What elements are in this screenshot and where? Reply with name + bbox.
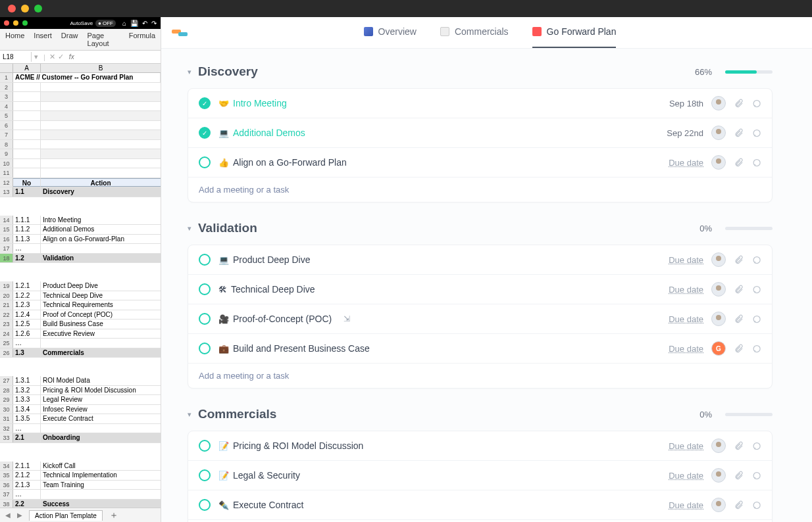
row-number[interactable]: 3 — [0, 92, 13, 101]
excel-row[interactable]: 291.3.3Legal Review — [0, 395, 161, 405]
cell[interactable] — [41, 121, 161, 130]
excel-row[interactable]: 7 — [0, 130, 161, 140]
due-date-button[interactable]: Due date — [669, 441, 703, 451]
tab-overview[interactable]: Overview — [364, 26, 417, 39]
excel-row[interactable]: 311.3.5Execute Contract — [0, 414, 161, 424]
attachment-icon[interactable] — [734, 99, 744, 108]
task-checkbox[interactable]: ✓ — [199, 97, 211, 109]
row-number[interactable]: 14 — [0, 216, 13, 225]
cell[interactable]: Additional Demos — [41, 225, 161, 234]
cell[interactable]: Onboarding — [41, 433, 161, 442]
add-sheet-icon[interactable]: ＋ — [109, 510, 118, 521]
cell[interactable]: Technical Implementation — [41, 471, 161, 480]
assignee-avatar[interactable] — [711, 252, 726, 267]
task-checkbox[interactable] — [199, 283, 211, 295]
due-date-button[interactable]: Due date — [669, 158, 703, 168]
row-number[interactable]: 6 — [0, 121, 13, 130]
cell[interactable]: Intro Meeting — [41, 216, 161, 225]
assignee-avatar[interactable] — [711, 498, 726, 512]
due-date-button[interactable]: Due date — [669, 314, 703, 324]
row-number[interactable]: 9 — [0, 149, 13, 158]
excel-row[interactable]: 11 — [0, 168, 161, 178]
row-number[interactable]: 18 — [0, 254, 13, 263]
excel-row[interactable]: 17… — [0, 244, 161, 254]
excel-row[interactable]: 9 — [0, 149, 161, 159]
assignee-avatar[interactable] — [711, 96, 726, 110]
due-date-button[interactable]: Due date — [669, 285, 703, 295]
excel-row[interactable]: 8 — [0, 140, 161, 150]
cell[interactable]: 1.3.4 — [13, 405, 41, 414]
cell[interactable]: 1.3 — [13, 348, 41, 358]
task-row[interactable]: 💼Build and Present Business CaseDue date… — [188, 334, 772, 364]
due-date-button[interactable]: Due date — [669, 500, 703, 510]
cell[interactable] — [41, 140, 161, 149]
excel-row[interactable]: 281.3.2Pricing & ROI Model Discussion — [0, 386, 161, 396]
add-task-button[interactable]: Add a meeting or a task — [188, 364, 772, 388]
task-row[interactable]: 🛠Technical Deep DiveDue date — [188, 275, 772, 304]
row-number[interactable]: 10 — [0, 159, 13, 168]
row-number[interactable]: 38 — [0, 500, 13, 508]
cell[interactable]: Discovery — [41, 187, 161, 197]
task-checkbox[interactable] — [199, 469, 211, 481]
excel-grid[interactable]: 1ACME // Customer -- Go Forward Plan2345… — [0, 73, 161, 508]
cell[interactable]: ROI Model Data — [41, 376, 161, 385]
cell[interactable]: … — [13, 244, 41, 253]
row-number[interactable]: 2 — [0, 83, 13, 92]
attachment-icon[interactable] — [734, 500, 744, 510]
excel-row[interactable]: 332.1Onboarding — [0, 433, 161, 443]
row-number[interactable]: 37 — [0, 490, 13, 499]
task-row[interactable]: ✒️Execute ContractDue date — [188, 490, 772, 520]
fx-icon[interactable]: fx — [65, 53, 78, 60]
row-number[interactable]: 15 — [0, 225, 13, 234]
excel-minimize-dot[interactable] — [13, 20, 18, 26]
attachment-icon[interactable] — [734, 441, 744, 451]
home-icon[interactable]: ⌂ — [122, 20, 126, 27]
row-number[interactable]: 5 — [0, 111, 13, 120]
cell[interactable]: 1.1.3 — [13, 235, 41, 244]
cell[interactable]: 1.2.4 — [13, 310, 41, 320]
cell[interactable]: … — [13, 339, 41, 348]
attachment-icon[interactable] — [734, 471, 744, 481]
task-row[interactable]: 📝Pricing & ROI Model DiscussionDue date — [188, 431, 772, 461]
excel-row[interactable]: 131.1Discovery — [0, 187, 161, 197]
excel-row[interactable]: 271.3.1ROI Model Data — [0, 376, 161, 386]
row-number[interactable]: 33 — [0, 433, 13, 442]
assignee-avatar[interactable] — [711, 155, 726, 170]
task-row[interactable]: 💻Product Deep DiveDue date — [188, 245, 772, 275]
comment-icon[interactable] — [751, 285, 761, 295]
excel-close-dot[interactable] — [4, 20, 9, 26]
task-checkbox[interactable] — [199, 156, 211, 168]
cell[interactable] — [13, 102, 41, 111]
excel-row[interactable]: 211.2.3Technical Requirements — [0, 300, 161, 310]
task-row[interactable]: ✓💻Additional DemosSep 22nd — [188, 118, 772, 148]
cell[interactable] — [41, 339, 161, 348]
add-task-button[interactable]: Add a meeting or a task — [188, 178, 772, 202]
cell[interactable] — [13, 159, 41, 168]
cell[interactable]: 1.3.5 — [13, 414, 41, 423]
cell[interactable]: Action — [41, 178, 161, 187]
cell[interactable]: 1.2.5 — [13, 320, 41, 329]
cell[interactable]: 1.1.2 — [13, 225, 41, 234]
cell[interactable]: Team Training — [41, 481, 161, 490]
cell[interactable] — [13, 140, 41, 149]
assignee-avatar[interactable] — [711, 126, 726, 140]
excel-row[interactable]: 231.2.5Build Business Case — [0, 320, 161, 329]
sheet-prev-icon[interactable]: ◀ — [5, 511, 11, 519]
row-number[interactable]: 20 — [0, 291, 13, 300]
excel-row[interactable]: 4 — [0, 102, 161, 112]
autosave-toggle[interactable]: AutoSave ●OFF — [70, 20, 116, 27]
column-header-a[interactable]: A — [13, 64, 41, 72]
task-checkbox[interactable]: ✓ — [199, 127, 211, 139]
cell[interactable]: Execute Contract — [41, 414, 161, 423]
due-date-button[interactable]: Due date — [669, 344, 703, 354]
assignee-avatar[interactable] — [711, 468, 726, 483]
task-checkbox[interactable] — [199, 343, 211, 354]
cell[interactable]: Product Deep Dive — [41, 281, 161, 291]
section-header[interactable]: ▾Validation0% — [188, 221, 773, 235]
cell[interactable]: Proof of Concept (POC) — [41, 310, 161, 320]
cell[interactable]: Build Business Case — [41, 320, 161, 329]
close-dot[interactable] — [8, 5, 16, 12]
task-row[interactable]: 🎥Proof-of-Concept (POC)⇲Due date — [188, 304, 772, 334]
cancel-icon[interactable]: ✕ — [48, 53, 57, 61]
cell[interactable] — [41, 168, 161, 178]
